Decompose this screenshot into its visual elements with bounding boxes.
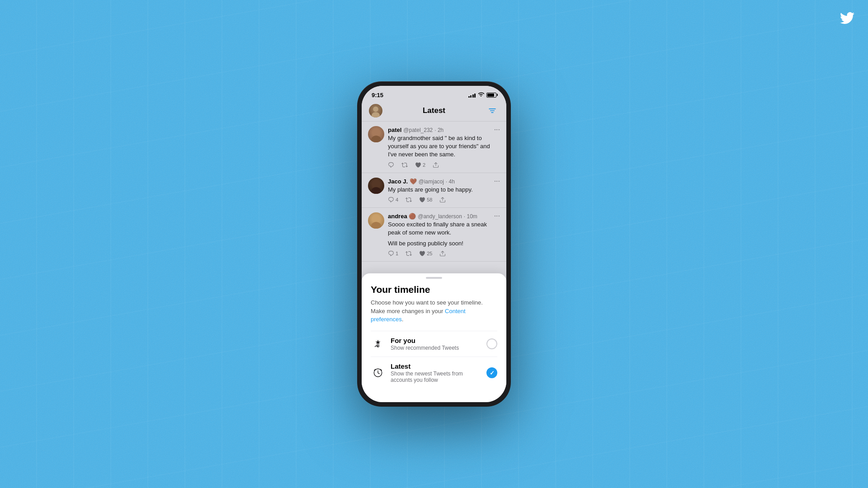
bottom-sheet-overlay: Your timeline Choose how you want to see… <box>362 86 506 402</box>
sheet-description: Choose how you want to see your timeline… <box>371 299 497 324</box>
for-you-radio[interactable] <box>486 338 497 349</box>
for-you-icon <box>371 337 385 351</box>
phone-shell: 9:15 <box>357 81 511 407</box>
for-you-subtitle: Show recommended Tweets <box>391 345 481 351</box>
latest-subtitle: Show the newest Tweets from accounts you… <box>391 371 481 383</box>
twitter-logo <box>840 11 854 28</box>
sheet-handle-area <box>362 273 506 281</box>
latest-text: Latest Show the newest Tweets from accou… <box>391 362 481 383</box>
for-you-option[interactable]: For you Show recommended Tweets <box>371 331 497 357</box>
sheet-handle <box>426 277 442 279</box>
sheet-title: Your timeline <box>371 284 497 295</box>
for-you-text: For you Show recommended Tweets <box>391 337 481 351</box>
latest-icon <box>371 366 385 380</box>
bottom-sheet: Your timeline Choose how you want to see… <box>362 273 506 402</box>
latest-option[interactable]: Latest Show the newest Tweets from accou… <box>371 357 497 389</box>
sheet-content: Your timeline Choose how you want to see… <box>362 281 506 389</box>
for-you-title: For you <box>391 337 481 344</box>
latest-title: Latest <box>391 362 481 370</box>
svg-point-8 <box>377 345 379 347</box>
sheet-description-end: . <box>402 316 404 323</box>
sheet-description-plain: Choose how you want to see your timeline… <box>371 299 483 314</box>
phone-screen: 9:15 <box>362 86 506 402</box>
latest-radio[interactable] <box>486 367 497 378</box>
